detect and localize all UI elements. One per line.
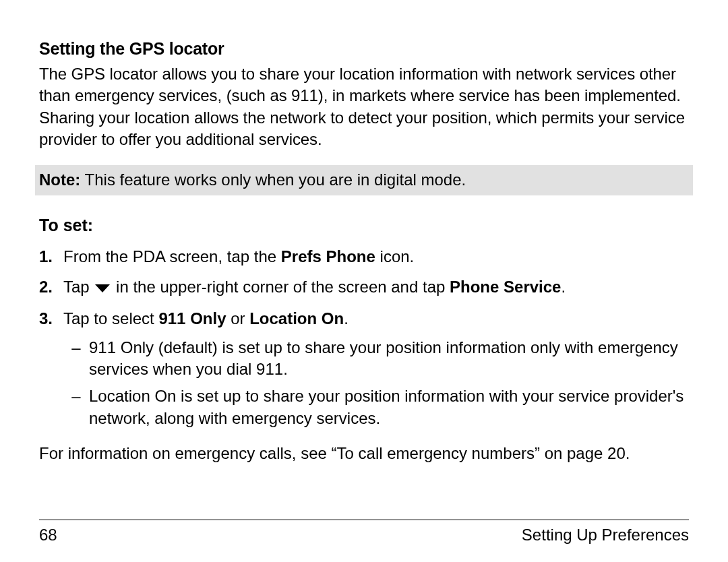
911-only-label: 911 Only xyxy=(158,309,226,327)
steps-list: 1. From the PDA screen, tap the Prefs Ph… xyxy=(39,246,689,435)
intro-paragraph: The GPS locator allows you to share your… xyxy=(39,63,689,151)
step-item: 3. Tap to select 911 Only or Location On… xyxy=(39,308,689,435)
svg-marker-0 xyxy=(95,284,110,292)
bullet-text: Location On is set up to share your posi… xyxy=(89,385,689,429)
step-item: 1. From the PDA screen, tap the Prefs Ph… xyxy=(39,246,689,268)
step-text: Tap in the upper-right corner of the scr… xyxy=(63,276,689,300)
dash-icon: – xyxy=(63,337,89,381)
option-bullets: – 911 Only (default) is set up to share … xyxy=(63,337,689,430)
step-number: 2. xyxy=(39,276,63,300)
dropdown-triangle-icon xyxy=(95,276,110,298)
step-text: From the PDA screen, tap the Prefs Phone… xyxy=(63,246,689,268)
step-text: Tap to select 911 Only or Location On. –… xyxy=(63,308,689,435)
step-number: 1. xyxy=(39,246,63,268)
bullet-item: – Location On is set up to share your po… xyxy=(63,385,689,429)
section-heading: Setting the GPS locator xyxy=(39,38,689,61)
step-number: 3. xyxy=(39,308,63,435)
to-set-heading: To set: xyxy=(39,214,689,237)
phone-service-label: Phone Service xyxy=(450,278,561,296)
step-item: 2. Tap in the upper-right corner of the … xyxy=(39,276,689,300)
bullet-item: – 911 Only (default) is set up to share … xyxy=(63,337,689,381)
note-band: Note: This feature works only when you a… xyxy=(35,165,693,195)
dash-icon: – xyxy=(63,385,89,429)
footer-rule xyxy=(39,520,689,520)
location-on-label: Location On xyxy=(249,309,344,327)
page-footer: 68 Setting Up Preferences xyxy=(39,520,689,546)
section-title: Setting Up Preferences xyxy=(522,524,689,546)
note-label: Note: xyxy=(39,170,80,189)
bullet-text: 911 Only (default) is set up to share yo… xyxy=(89,337,689,381)
page-number: 68 xyxy=(39,524,57,546)
note-text: This feature works only when you are in … xyxy=(80,170,466,189)
reference-paragraph: For information on emergency calls, see … xyxy=(39,443,689,464)
prefs-phone-label: Prefs Phone xyxy=(281,247,375,266)
